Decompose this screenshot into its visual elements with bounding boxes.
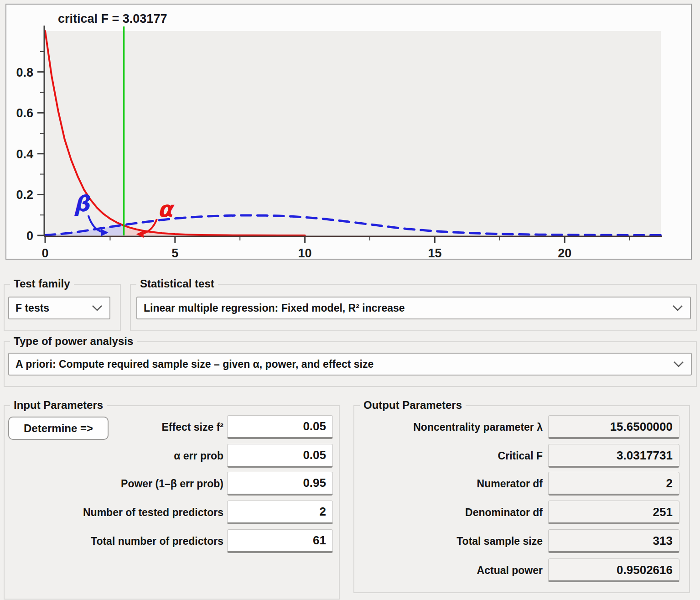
svg-text:β: β: [74, 191, 91, 216]
gpower-window: { "chart_data": { "type": "line", "title…: [0, 0, 700, 600]
noncentrality-value: 15.6500000: [548, 415, 679, 439]
total-predictors-input[interactable]: [227, 529, 333, 553]
power-analysis-group-label: Type of power analysis: [10, 335, 137, 348]
numerator-df-value: 2: [548, 472, 679, 496]
denominator-df-label: Denominator df: [347, 501, 543, 524]
total-predictors-label: Total number of predictors: [18, 529, 223, 553]
distribution-plot: 00.20.40.60.805101520critical F = 3.0317…: [6, 5, 691, 259]
actual-power-value: 0.9502616: [548, 558, 679, 582]
svg-text:critical F = 3.03177: critical F = 3.03177: [58, 12, 167, 26]
alpha-err-prob-label: α err prob: [18, 444, 223, 468]
svg-text:0.6: 0.6: [16, 106, 33, 120]
svg-text:15: 15: [428, 246, 441, 259]
power-input[interactable]: [227, 472, 333, 496]
statistical-test-select[interactable]: Linear multiple regression: Fixed model,…: [136, 297, 691, 319]
effect-size-label: Effect size f²: [18, 415, 223, 439]
statistical-test-value: Linear multiple regression: Fixed model,…: [144, 302, 405, 314]
chevron-down-icon: [673, 360, 684, 368]
numerator-df-label: Numerator df: [347, 472, 543, 496]
test-family-value: F tests: [16, 302, 49, 314]
svg-text:5: 5: [171, 246, 178, 259]
alpha-err-prob-input[interactable]: [227, 444, 333, 468]
output-parameters-group-label: Output Parameters: [360, 399, 466, 412]
critical-f-label: Critical F: [347, 444, 543, 468]
critical-f-value: 3.0317731: [548, 444, 679, 468]
svg-text:20: 20: [558, 246, 571, 259]
noncentrality-label: Noncentrality parameter λ: [347, 415, 543, 439]
chevron-down-icon: [672, 304, 684, 312]
svg-text:0.8: 0.8: [16, 66, 33, 79]
power-analysis-value: A priori: Compute required sample size –…: [16, 358, 373, 370]
svg-text:0.4: 0.4: [16, 147, 33, 161]
input-parameters-group-label: Input Parameters: [10, 399, 107, 412]
power-analysis-select[interactable]: A priori: Compute required sample size –…: [8, 353, 692, 376]
svg-text:α: α: [158, 196, 175, 222]
power-label: Power (1–β err prob): [18, 472, 223, 496]
actual-power-label: Actual power: [347, 558, 543, 582]
chevron-down-icon: [91, 304, 103, 312]
total-sample-size-value: 313: [548, 529, 679, 553]
test-family-select[interactable]: F tests: [8, 297, 110, 319]
statistical-test-group-label: Statistical test: [136, 277, 218, 290]
test-family-group-label: Test family: [10, 277, 74, 290]
tested-predictors-label: Number of tested predictors: [18, 501, 223, 524]
effect-size-input[interactable]: [227, 415, 333, 439]
svg-text:0: 0: [26, 229, 33, 243]
tested-predictors-input[interactable]: [227, 501, 333, 524]
distribution-plot-panel: 00.20.40.60.805101520critical F = 3.0317…: [5, 4, 692, 260]
denominator-df-value: 251: [548, 501, 679, 524]
svg-text:0.2: 0.2: [16, 188, 33, 202]
svg-text:0: 0: [41, 246, 48, 259]
svg-text:10: 10: [298, 246, 312, 259]
total-sample-size-label: Total sample size: [347, 529, 543, 553]
